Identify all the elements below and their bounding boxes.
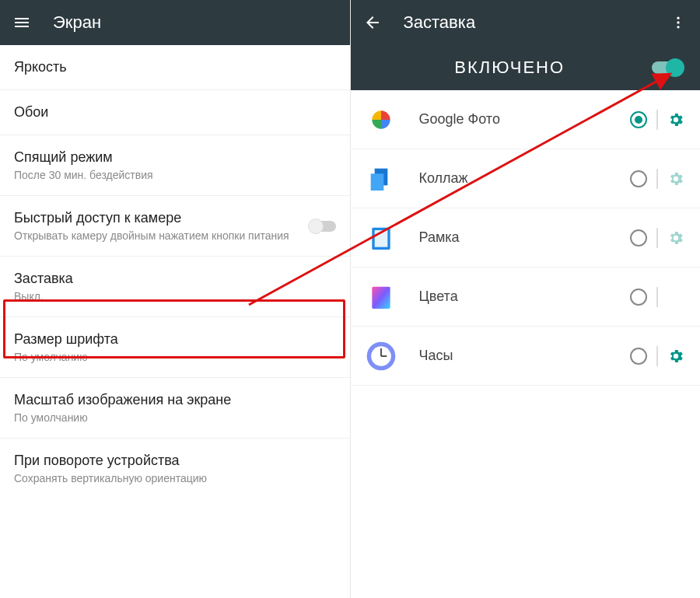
- separator: [656, 110, 658, 130]
- option-label: Google Фото: [419, 111, 631, 128]
- gear-icon[interactable]: [667, 229, 684, 247]
- gear-placeholder: [667, 289, 684, 306]
- gear-icon[interactable]: [667, 348, 684, 365]
- radio-collage[interactable]: [630, 170, 647, 187]
- option-collage[interactable]: Коллаж: [351, 149, 701, 208]
- list-item-font-size[interactable]: Размер шрифта По умолчанию: [0, 317, 350, 378]
- gear-icon[interactable]: [667, 111, 684, 128]
- svg-point-2: [677, 26, 679, 28]
- separator: [656, 228, 658, 248]
- option-frame[interactable]: Рамка: [351, 208, 701, 268]
- list-item-label: При повороте устройства: [14, 453, 336, 469]
- separator: [656, 169, 658, 189]
- list-item-label: Заставка: [14, 271, 336, 287]
- option-label: Цвета: [419, 289, 631, 305]
- google-photos-icon: [363, 102, 399, 138]
- list-item-display-scale[interactable]: Масштаб изображения на экране По умолчан…: [0, 378, 350, 439]
- svg-rect-6: [374, 230, 387, 247]
- list-item-label: Масштаб изображения на экране: [14, 392, 336, 408]
- list-item-sub: По умолчанию: [14, 351, 336, 363]
- enabled-bar: ВКЛЮЧЕНО: [351, 45, 701, 90]
- option-label: Часы: [419, 348, 631, 364]
- enabled-toggle[interactable]: [652, 61, 683, 74]
- list-item-rotation[interactable]: При повороте устройства Сохранять вертик…: [0, 439, 350, 498]
- clock-icon: [363, 338, 399, 374]
- list-item-sub: По умолчанию: [14, 411, 336, 424]
- list-item-label: Яркость: [14, 59, 336, 75]
- appbar-left: Экран: [0, 0, 350, 45]
- collage-icon: [363, 161, 399, 197]
- option-clock[interactable]: Часы: [351, 327, 701, 386]
- appbar-title-left: Экран: [53, 12, 101, 33]
- option-colors[interactable]: Цвета: [351, 268, 701, 327]
- overflow-menu-icon[interactable]: [669, 13, 688, 32]
- list-item-sub: Сохранять вертикальную ориентацию: [14, 472, 336, 484]
- list-item-screensaver[interactable]: Заставка Выкл.: [0, 257, 350, 317]
- radio-colors[interactable]: [630, 289, 647, 306]
- gear-icon[interactable]: [667, 170, 684, 187]
- list-item-camera-quick[interactable]: Быстрый доступ к камере Открывать камеру…: [0, 196, 350, 257]
- appbar-right: Заставка: [351, 0, 701, 45]
- screensaver-panel: Заставка ВКЛЮЧЕНО Google Фото: [350, 0, 701, 598]
- option-label: Рамка: [419, 229, 631, 246]
- list-item-wallpaper[interactable]: Обои: [0, 90, 350, 135]
- settings-display-panel: Экран Яркость Обои Спящий режим После 30…: [0, 0, 350, 598]
- radio-frame[interactable]: [630, 229, 647, 247]
- colors-icon: [363, 279, 399, 315]
- list-item-label: Быстрый доступ к камере: [14, 210, 302, 226]
- radio-clock[interactable]: [630, 348, 647, 365]
- frame-icon: [363, 220, 399, 256]
- menu-icon[interactable]: [12, 13, 31, 32]
- list-item-sub: Выкл.: [14, 290, 336, 302]
- svg-rect-4: [370, 173, 383, 191]
- separator: [656, 346, 658, 366]
- svg-rect-7: [372, 286, 390, 308]
- list-item-sub: Открывать камеру двойным нажатием кнопки…: [14, 229, 302, 242]
- list-item-label: Спящий режим: [14, 149, 336, 166]
- option-label: Коллаж: [419, 170, 631, 187]
- list-item-brightness[interactable]: Яркость: [0, 45, 350, 90]
- list-item-sub: После 30 мин. бездействия: [14, 169, 336, 181]
- svg-point-1: [677, 21, 679, 23]
- list-item-sleep[interactable]: Спящий режим После 30 мин. бездействия: [0, 135, 350, 196]
- back-arrow-icon[interactable]: [363, 13, 382, 32]
- svg-point-0: [677, 17, 679, 19]
- radio-google-photos[interactable]: [630, 111, 647, 128]
- enabled-label: ВКЛЮЧЕНО: [368, 58, 653, 78]
- list-item-label: Обои: [14, 104, 336, 121]
- list-item-label: Размер шрифта: [14, 331, 336, 348]
- option-google-photos[interactable]: Google Фото: [351, 90, 701, 149]
- separator: [656, 287, 658, 307]
- camera-quick-toggle[interactable]: [310, 221, 336, 232]
- appbar-title-right: Заставка: [404, 12, 476, 33]
